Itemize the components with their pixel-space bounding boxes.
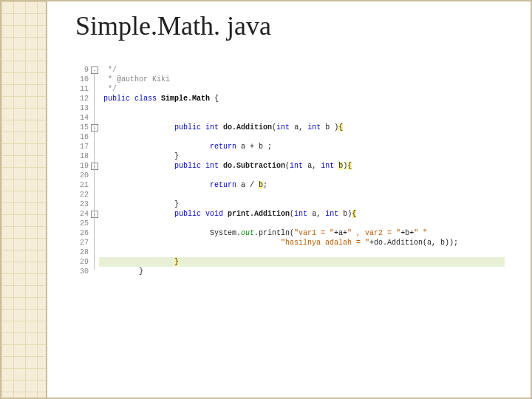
code-line[interactable] — [99, 132, 505, 142]
line-number: 18 — [72, 151, 89, 161]
line-number: 22 — [72, 190, 89, 200]
code-line[interactable]: public void print.Addition(int a, int b)… — [99, 209, 505, 219]
line-number: 16 — [72, 132, 89, 142]
line-number: 30 — [72, 267, 89, 276]
line-number: 25 — [72, 219, 89, 228]
line-number-gutter: 9101112131415161718192021222324252627282… — [72, 65, 90, 353]
line-number: 28 — [72, 248, 89, 257]
line-number: 23 — [72, 200, 89, 209]
code-line[interactable]: */ — [99, 65, 505, 75]
line-number: 20 — [72, 171, 89, 180]
code-content[interactable]: */ * @author Kiki */public class Simple.… — [99, 65, 505, 353]
code-line[interactable] — [99, 219, 505, 228]
code-line[interactable] — [99, 171, 505, 180]
slide-decorative-sidebar — [1, 1, 47, 398]
code-line[interactable]: "hasilnya adalah = "+do.Addition(a, b)); — [99, 238, 505, 248]
code-line[interactable]: public int do.Subtraction(int a, int b){ — [99, 161, 505, 171]
fold-toggle[interactable]: - — [91, 211, 98, 218]
line-number: 21 — [72, 180, 89, 190]
code-line[interactable]: return a + b ; — [99, 142, 505, 151]
fold-column[interactable]: ---- — [90, 65, 99, 353]
line-number: 13 — [72, 103, 89, 113]
code-editor[interactable]: 9101112131415161718192021222324252627282… — [72, 65, 505, 353]
line-number: 12 — [72, 94, 89, 103]
fold-toggle[interactable]: - — [91, 124, 98, 132]
code-line[interactable] — [99, 190, 505, 200]
code-line[interactable]: } — [99, 267, 505, 276]
line-number: 10 — [72, 75, 89, 84]
code-line[interactable]: System.out.println("var1 = "+a+" , var2 … — [99, 228, 505, 238]
line-number: 15 — [72, 123, 89, 132]
line-number: 26 — [72, 228, 89, 238]
line-number: 19 — [72, 161, 89, 171]
code-line[interactable]: * @author Kiki — [99, 75, 505, 84]
code-line[interactable]: public class Simple.Math { — [99, 94, 505, 103]
line-number: 17 — [72, 142, 89, 151]
code-line[interactable]: */ — [99, 84, 505, 94]
code-line[interactable]: } — [99, 151, 505, 161]
code-line[interactable]: } — [99, 200, 505, 209]
presentation-slide: Simple.Math. java 9101112131415161718192… — [0, 0, 532, 399]
code-line[interactable] — [99, 248, 505, 257]
code-line[interactable]: public int do.Addition(int a, int b ){ — [99, 123, 505, 132]
slide-title: Simple.Math. java — [75, 10, 271, 41]
fold-toggle[interactable]: - — [91, 163, 98, 170]
code-line[interactable]: } — [99, 257, 505, 267]
line-number: 9 — [72, 65, 89, 75]
line-number: 27 — [72, 238, 89, 248]
fold-toggle[interactable]: - — [91, 66, 98, 74]
line-number: 11 — [72, 84, 89, 94]
code-line[interactable] — [99, 113, 505, 123]
line-number: 14 — [72, 113, 89, 123]
code-line[interactable] — [99, 103, 505, 113]
line-number: 24 — [72, 209, 89, 219]
line-number: 29 — [72, 257, 89, 267]
code-line[interactable]: return a / b; — [99, 180, 505, 190]
slide-title-area: Simple.Math. java — [75, 10, 271, 41]
